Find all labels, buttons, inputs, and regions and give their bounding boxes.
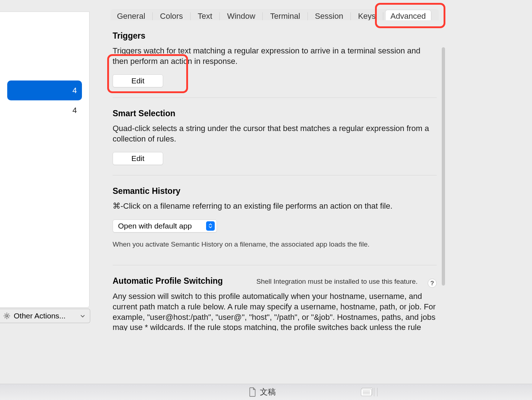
chevron-down-icon <box>80 313 85 319</box>
tab-separator <box>383 12 383 20</box>
scroll-area: Triggers Triggers watch for text matchin… <box>101 24 447 331</box>
profile-item-label: 4 <box>73 106 77 115</box>
section-smart-selection: Smart Selection Quad-click selects a str… <box>113 109 437 175</box>
dock-item-stack[interactable] <box>361 387 381 397</box>
profile-item[interactable]: 4 <box>7 100 82 120</box>
select-stepper-icon <box>206 221 215 231</box>
section-desc-smart-selection: Quad-click selects a string under the cu… <box>113 123 437 144</box>
aps-note: Shell Integration must be installed to u… <box>256 278 418 286</box>
section-desc-aps: Any session will switch to this profile … <box>113 291 437 331</box>
other-actions-dropdown[interactable]: Other Actions... <box>0 309 90 323</box>
tab-separator <box>308 12 308 20</box>
gear-icon <box>3 312 11 320</box>
profiles-list: 4 4 <box>0 34 89 120</box>
semantic-history-hint: When you activate Semantic History on a … <box>113 240 437 248</box>
section-semantic-history: Semantic History ⌘-Click on a filename r… <box>113 186 437 265</box>
preferences-window: General Colors Text Window Terminal Sess… <box>0 0 455 332</box>
tab-separator <box>350 12 351 20</box>
section-triggers: Triggers Triggers watch for text matchin… <box>113 31 437 98</box>
section-title-semantic-history: Semantic History <box>113 186 437 196</box>
profile-item-selected[interactable]: 4 <box>7 81 82 100</box>
section-desc-semantic-history: ⌘-Click on a filename referring to an ex… <box>113 201 437 212</box>
profile-item-label: 4 <box>73 86 77 95</box>
section-automatic-profile-switching: Automatic Profile Switching Shell Integr… <box>113 276 437 331</box>
section-title-aps: Automatic Profile Switching <box>113 276 223 286</box>
tab-separator <box>262 12 263 20</box>
semantic-history-select[interactable]: Open with default app <box>113 219 217 232</box>
stack-icon <box>361 388 372 396</box>
triggers-edit-button[interactable]: Edit <box>113 74 163 87</box>
profiles-sidebar: 4 4 <box>0 12 90 308</box>
svg-point-0 <box>6 315 8 317</box>
tab-separator <box>152 12 153 20</box>
tab-separator <box>219 12 220 20</box>
document-icon <box>249 387 256 397</box>
section-desc-triggers: Triggers watch for text matching a regul… <box>113 46 437 66</box>
section-title-triggers: Triggers <box>113 31 437 41</box>
other-actions-label: Other Actions... <box>14 312 66 320</box>
vertical-scrollbar[interactable] <box>442 47 445 286</box>
tab-separator <box>190 12 191 20</box>
section-title-smart-selection: Smart Selection <box>113 109 437 118</box>
semantic-history-select-value: Open with default app <box>118 222 192 230</box>
help-button[interactable]: ? <box>428 279 437 288</box>
dock-side-icon <box>374 388 378 396</box>
dock-item-label[interactable]: 文稿 <box>260 387 276 397</box>
dock-fragment: 文稿 <box>0 384 532 400</box>
advanced-content: Triggers Triggers watch for text matchin… <box>101 20 447 331</box>
smart-selection-edit-button[interactable]: Edit <box>113 152 163 165</box>
bottom-actions-area: Other Actions... <box>0 309 90 332</box>
